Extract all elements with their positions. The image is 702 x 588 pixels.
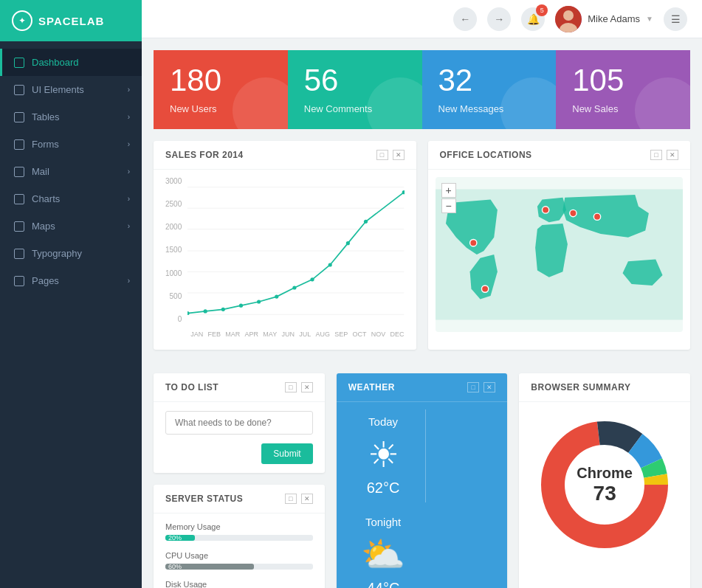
todo-input-wrap [154, 402, 325, 443]
bottom-row: TO DO LIST □ ✕ Submit [154, 373, 690, 588]
x-label: APR [245, 331, 259, 338]
back-button[interactable]: ← [453, 7, 477, 31]
nav-icon-maps [14, 221, 24, 232]
nav-icon-ui-elements [14, 85, 24, 95]
sidebar-item-charts[interactable]: Charts › [0, 185, 142, 212]
todo-minimize-btn[interactable]: □ [285, 382, 297, 392]
server-status-area: Memory Usage CPU Usage Disk Usage [154, 513, 325, 588]
sales-chart-header: SALES FOR 2014 □ ✕ [154, 141, 416, 170]
sales-chart-title: SALES FOR 2014 [165, 150, 244, 160]
sidebar-item-forms[interactable]: Forms › [0, 131, 142, 158]
weather-minimize-btn[interactable]: □ [467, 382, 479, 392]
browser-area: Chrome 73 [519, 402, 690, 567]
x-label: DEC [390, 331, 404, 338]
sidebar-item-dashboard[interactable]: Dashboard [0, 49, 142, 76]
server-status-header: SERVER STATUS □ ✕ [154, 485, 325, 513]
server-status-item-1: CPU Usage [165, 551, 313, 570]
sales-chart-actions: □ ✕ [376, 150, 405, 160]
nav-label-forms: Forms [32, 139, 59, 150]
status-label-2: Disk Usage [165, 580, 313, 588]
sales-chart-area: 300025002000150010005000 [154, 170, 416, 350]
stat-num-2: 32 [438, 65, 540, 96]
map-minimize-btn[interactable]: □ [650, 150, 662, 160]
x-label: JAN [190, 331, 203, 338]
logo-text: SPACELAB [38, 15, 104, 27]
nav-arrow-forms: › [128, 140, 130, 148]
nav-label-pages: Pages [32, 275, 59, 286]
donut-chart-wrap: Chrome 73 [531, 411, 678, 558]
map-zoom-controls: + − [441, 183, 456, 213]
sales-chart-panel: SALES FOR 2014 □ ✕ 300025002000150010005… [154, 141, 416, 350]
weather-header: WEATHER □ ✕ [337, 373, 508, 402]
server-status-item-2: Disk Usage [165, 580, 313, 588]
nav-arrow-tables: › [128, 113, 130, 121]
x-label: OCT [352, 331, 366, 338]
sidebar-item-maps[interactable]: Maps › [0, 212, 142, 240]
svg-point-1 [563, 10, 574, 21]
sales-minimize-btn[interactable]: □ [376, 150, 388, 160]
x-axis-labels: JANFEBMARAPRMAYJUNJULAUGSEPOCTNOVDEC [187, 331, 404, 338]
svg-point-17 [311, 277, 314, 281]
svg-point-12 [221, 308, 225, 311]
server-minimize-btn[interactable]: □ [285, 494, 297, 504]
weather-main: Today ☀ 62°C Tonight ⛅ 44°C [337, 402, 508, 588]
x-label: JUN [281, 331, 295, 338]
status-label-1: CPU Usage [165, 551, 313, 560]
sidebar-item-pages[interactable]: Pages › [0, 267, 142, 294]
weather-today-label: Today [348, 415, 419, 428]
svg-point-13 [239, 304, 243, 308]
svg-point-26 [593, 213, 600, 220]
sidebar-item-mail[interactable]: Mail › [0, 158, 142, 185]
stat-card-0: 180 New Users [154, 50, 288, 129]
server-close-btn[interactable]: ✕ [301, 494, 313, 504]
nav-label-maps: Maps [32, 221, 55, 232]
map-zoom-in[interactable]: + [441, 183, 456, 198]
status-label-0: Memory Usage [165, 522, 313, 531]
office-actions: □ ✕ [650, 150, 678, 160]
browser-summary-title: Browser Summary [531, 382, 630, 392]
sidebar-item-tables[interactable]: Tables › [0, 103, 142, 131]
todo-submit-wrap: Submit [154, 443, 325, 473]
logo-area[interactable]: ✦ SPACELAB [0, 0, 142, 41]
map-area: + − [428, 170, 691, 339]
map-zoom-out[interactable]: − [441, 198, 456, 213]
weather-tonight: Tonight ⛅ 44°C [348, 510, 419, 588]
svg-point-19 [346, 241, 350, 245]
x-label: SEP [334, 331, 348, 338]
sales-close-btn[interactable]: ✕ [393, 150, 405, 160]
nav-icon-dashboard [14, 58, 24, 68]
svg-point-15 [275, 295, 278, 299]
main: ← → 🔔 5 Mike Adams ▼ ☰ 180 New Users 56 … [142, 0, 702, 588]
todo-submit-button[interactable]: Submit [261, 443, 312, 464]
logo-icon: ✦ [12, 10, 32, 31]
avatar-image [555, 6, 582, 32]
weather-today-temp: 62°C [348, 480, 419, 497]
map-close-btn[interactable]: ✕ [667, 150, 678, 160]
sidebar-item-ui-elements[interactable]: UI Elements › [0, 76, 142, 103]
sidebar-item-typography[interactable]: Typography [0, 240, 142, 267]
user-area[interactable]: Mike Adams ▼ [555, 6, 653, 32]
stat-label-1: New Comments [304, 103, 406, 114]
stat-cards: 180 New Users 56 New Comments 32 New Mes… [154, 50, 690, 129]
nav-icon-mail [14, 167, 24, 177]
donut-browser-name: Chrome [577, 465, 633, 482]
todo-close-btn[interactable]: ✕ [301, 382, 313, 392]
nav-label-charts: Charts [32, 193, 60, 204]
weather-close-btn[interactable]: ✕ [484, 382, 495, 392]
todo-title: TO DO LIST [165, 382, 218, 392]
map-container: + − [436, 177, 684, 332]
nav-icon-charts [14, 194, 24, 204]
menu-button[interactable]: ☰ [664, 7, 687, 31]
x-label: JUL [299, 331, 311, 338]
nav-items: Dashboard UI Elements › Tables › Forms ›… [0, 41, 142, 588]
weather-divider [425, 409, 426, 502]
nav-label-dashboard: Dashboard [32, 57, 79, 68]
office-locations-header: OFFICE LOCATIONS □ ✕ [428, 141, 691, 170]
user-chevron: ▼ [646, 15, 653, 23]
todo-input[interactable] [165, 411, 313, 435]
forward-button[interactable]: → [487, 7, 511, 31]
stat-num-3: 105 [572, 65, 674, 96]
y-axis-labels: 300025002000150010005000 [165, 177, 182, 338]
nav-arrow-charts: › [128, 195, 130, 203]
svg-point-23 [469, 239, 476, 246]
